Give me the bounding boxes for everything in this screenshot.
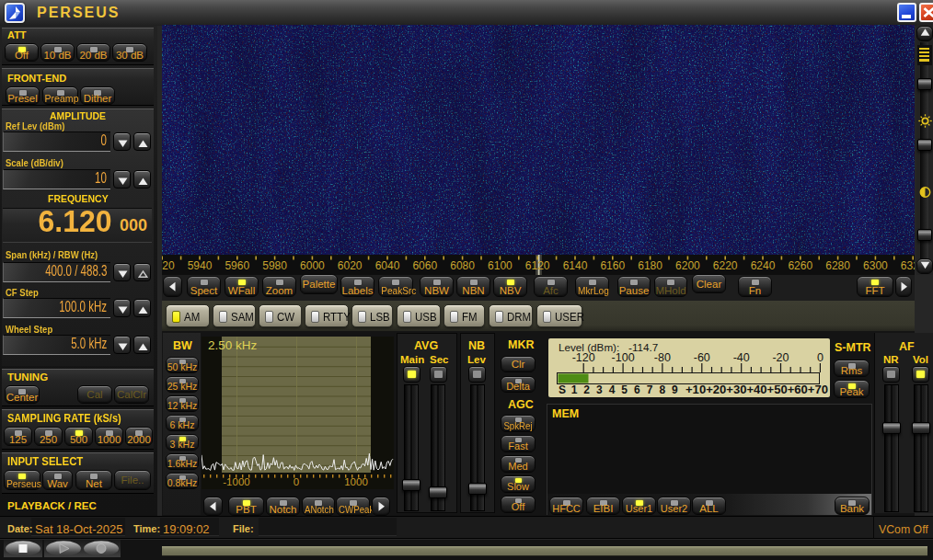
- svg-text:5: 5: [621, 383, 628, 396]
- svg-text:6220: 6220: [713, 259, 738, 272]
- svg-text:2: 2: [583, 383, 590, 396]
- svg-text:-120: -120: [572, 351, 595, 364]
- svg-text:6100: 6100: [488, 259, 513, 272]
- svg-text:6260: 6260: [788, 259, 812, 272]
- svg-text:6300: 6300: [863, 259, 888, 272]
- svg-text:4: 4: [609, 383, 616, 396]
- svg-text:5940: 5940: [188, 259, 213, 272]
- svg-text:7: 7: [647, 383, 653, 396]
- svg-text:-1000: -1000: [223, 476, 249, 487]
- svg-text:S: S: [559, 383, 566, 396]
- svg-text:6020: 6020: [338, 259, 363, 272]
- svg-text:6060: 6060: [412, 259, 437, 272]
- svg-text:6120: 6120: [525, 259, 550, 272]
- svg-text:5920: 5920: [162, 259, 175, 272]
- svg-text:-100: -100: [612, 351, 635, 364]
- svg-text:6320: 6320: [901, 259, 915, 272]
- svg-text:6000: 6000: [300, 259, 325, 272]
- svg-text:6140: 6140: [563, 259, 588, 272]
- svg-text:6040: 6040: [375, 259, 400, 272]
- svg-text:5960: 5960: [225, 259, 249, 272]
- svg-text:+10+20+30+40+50+60+70: +10+20+30+40+50+60+70: [685, 383, 828, 396]
- svg-text:1: 1: [571, 383, 578, 396]
- svg-text:6240: 6240: [751, 259, 776, 272]
- svg-text:6180: 6180: [638, 259, 662, 272]
- svg-text:-40: -40: [733, 351, 750, 364]
- svg-text:0: 0: [817, 351, 824, 364]
- svg-text:1000: 1000: [344, 476, 368, 487]
- svg-text:6280: 6280: [825, 259, 850, 272]
- svg-text:6: 6: [634, 383, 640, 396]
- svg-text:-80: -80: [654, 351, 671, 364]
- svg-text:5980: 5980: [262, 259, 287, 272]
- svg-text:-20: -20: [772, 351, 789, 364]
- svg-text:6080: 6080: [450, 259, 475, 272]
- svg-text:6200: 6200: [675, 259, 700, 272]
- svg-text:3: 3: [596, 383, 603, 396]
- svg-text:6160: 6160: [600, 259, 625, 272]
- svg-text:-60: -60: [694, 351, 710, 364]
- svg-text:2.50 kHz: 2.50 kHz: [208, 338, 258, 352]
- svg-text:8: 8: [659, 383, 665, 396]
- svg-text:9: 9: [672, 383, 678, 396]
- svg-text:0: 0: [294, 476, 299, 487]
